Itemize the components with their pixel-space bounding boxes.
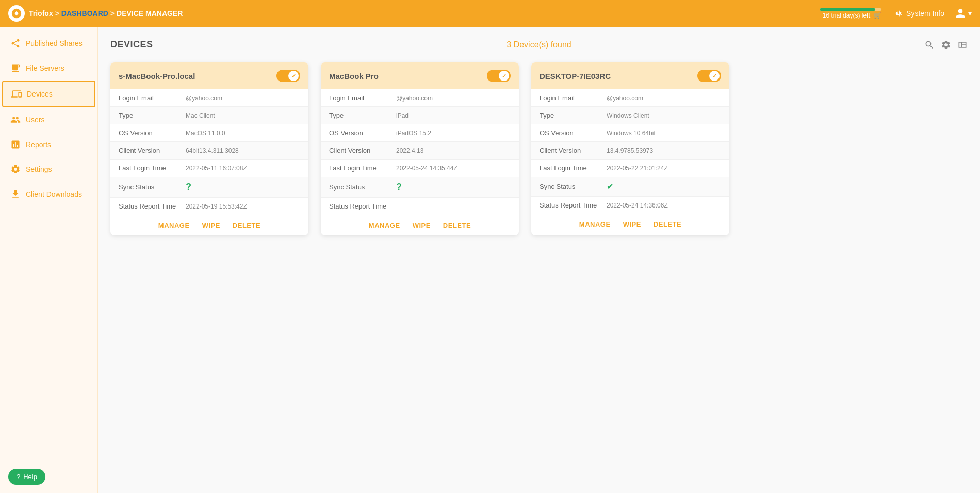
- sidebar-item-users[interactable]: Users: [2, 107, 95, 132]
- toggle-check-1: ✓: [291, 73, 296, 79]
- table-row: Client Version 64bit13.4.311.3028: [110, 142, 308, 160]
- toggle-switch-2[interactable]: ✓: [487, 70, 511, 82]
- row-label: Status Report Time: [540, 201, 607, 209]
- share-icon: [10, 38, 21, 49]
- header-actions: [924, 40, 968, 50]
- row-value: iPad: [396, 112, 409, 119]
- row-value: 2022-05-11 16:07:08Z: [186, 165, 247, 172]
- breadcrumb-sep1: >: [55, 9, 59, 18]
- wipe-button-3[interactable]: WIPE: [623, 220, 641, 228]
- sidebar: Published Shares File Servers Devices Us…: [0, 27, 98, 493]
- card-body-2: Login Email @yahoo.com Type iPad OS Vers…: [321, 89, 519, 215]
- logo-icon: [8, 5, 25, 22]
- breadcrumb-dashboard[interactable]: DASHBOARD: [61, 9, 108, 18]
- toggle-knob-2: ✓: [499, 71, 509, 81]
- table-row: Sync Status ✔: [531, 177, 729, 197]
- system-info-label: System Info: [906, 9, 944, 18]
- delete-button-3[interactable]: DELETE: [654, 220, 681, 228]
- card-header-2: MacBook Pro ✓: [321, 62, 519, 89]
- row-value: iPadOS 15.2: [396, 130, 431, 137]
- breadcrumb-current: DEVICE MANAGER: [117, 9, 183, 18]
- user-icon: [955, 8, 966, 19]
- devices-found-label: 3 Device(s) found: [507, 40, 571, 50]
- sidebar-item-client-downloads[interactable]: Client Downloads: [2, 182, 95, 206]
- wipe-button-1[interactable]: WIPE: [202, 221, 220, 229]
- main-layout: Published Shares File Servers Devices Us…: [0, 27, 980, 493]
- download-icon: [10, 189, 21, 199]
- row-label: Login Email: [540, 94, 607, 102]
- row-label: OS Version: [540, 129, 607, 137]
- help-button[interactable]: ? Help: [8, 469, 45, 485]
- row-value: 2022-05-24 14:36:06Z: [607, 202, 668, 209]
- app-header: Triofox > DASHBOARD > DEVICE MANAGER 16 …: [0, 0, 980, 27]
- table-row: Last Login Time 2022-05-22 21:01:24Z: [531, 160, 729, 177]
- breadcrumb-sep2: >: [110, 9, 115, 18]
- device-card-1: s-MacBook-Pro.local ✓ Login Email @yahoo…: [110, 62, 308, 235]
- user-dropdown-icon: ▾: [968, 9, 972, 18]
- manage-button-3[interactable]: MANAGE: [579, 220, 611, 228]
- logo: Triofox > DASHBOARD > DEVICE MANAGER: [8, 5, 183, 22]
- row-label: Client Version: [119, 147, 186, 154]
- device-card-2: MacBook Pro ✓ Login Email @yahoo.com Typ…: [321, 62, 519, 235]
- settings-icon: [10, 164, 21, 174]
- card-actions-3: MANAGE WIPE DELETE: [531, 214, 729, 234]
- sync-status-icon-2: ?: [396, 182, 402, 193]
- delete-button-1[interactable]: DELETE: [233, 221, 260, 229]
- sidebar-bottom: ? Help: [0, 460, 97, 493]
- toggle-knob-3: ✓: [709, 71, 720, 81]
- trial-text: 16 trial day(s) left. 🛒: [823, 12, 881, 19]
- delete-button-2[interactable]: DELETE: [443, 221, 471, 229]
- manage-button-1[interactable]: MANAGE: [158, 221, 190, 229]
- row-value: 13.4.9785.53973: [607, 147, 653, 154]
- toggle-switch-3[interactable]: ✓: [697, 70, 721, 82]
- header-right: 16 trial day(s) left. 🛒 System Info ▾: [820, 8, 972, 19]
- sidebar-label-reports: Reports: [26, 140, 51, 149]
- row-value: @yahoo.com: [396, 94, 433, 102]
- trial-label: 16 trial day(s) left.: [823, 12, 872, 19]
- user-menu-button[interactable]: ▾: [955, 8, 972, 19]
- row-label: OS Version: [329, 129, 396, 137]
- cart-icon[interactable]: 🛒: [874, 12, 881, 19]
- settings-button[interactable]: [941, 40, 951, 50]
- row-label: Sync Status: [540, 183, 607, 190]
- sidebar-item-published-shares[interactable]: Published Shares: [2, 31, 95, 56]
- sidebar-item-devices[interactable]: Devices: [2, 81, 95, 107]
- search-button[interactable]: [924, 40, 935, 50]
- row-label: OS Version: [119, 129, 186, 137]
- sidebar-label-settings: Settings: [26, 165, 52, 173]
- gear-icon: [941, 40, 951, 50]
- device-name-2: MacBook Pro: [329, 72, 379, 81]
- system-info-button[interactable]: System Info: [892, 8, 944, 19]
- table-row: Type Windows Client: [531, 107, 729, 124]
- breadcrumb: Triofox > DASHBOARD > DEVICE MANAGER: [29, 9, 183, 18]
- toggle-switch-1[interactable]: ✓: [276, 70, 300, 82]
- sidebar-label-users: Users: [26, 116, 45, 124]
- row-label: Sync Status: [119, 183, 186, 191]
- row-label: Last Login Time: [329, 164, 396, 172]
- table-row: Client Version 13.4.9785.53973: [531, 142, 729, 160]
- sidebar-item-file-servers[interactable]: File Servers: [2, 56, 95, 81]
- row-value: Mac Client: [186, 112, 215, 119]
- row-value: 2022-05-24 14:35:44Z: [396, 165, 458, 172]
- table-row: Status Report Time 2022-05-24 14:36:06Z: [531, 197, 729, 214]
- svg-point-1: [15, 12, 18, 15]
- sidebar-item-settings[interactable]: Settings: [2, 157, 95, 182]
- row-label: Last Login Time: [119, 164, 186, 172]
- wipe-button-2[interactable]: WIPE: [413, 221, 431, 229]
- layout-button[interactable]: [957, 40, 968, 50]
- manage-button-2[interactable]: MANAGE: [369, 221, 400, 229]
- table-row: Status Report Time: [321, 198, 519, 215]
- sidebar-label-file-servers: File Servers: [26, 64, 64, 72]
- row-value: @yahoo.com: [607, 94, 643, 102]
- table-row: Login Email @yahoo.com: [321, 89, 519, 107]
- table-row: Type iPad: [321, 107, 519, 124]
- toggle-knob-1: ✓: [288, 71, 299, 81]
- sidebar-item-reports[interactable]: Reports: [2, 132, 95, 157]
- device-card-3: DESKTOP-7IE03RC ✓ Login Email @yahoo.com…: [531, 62, 729, 235]
- help-label: Help: [23, 473, 37, 481]
- table-row: Client Version 2022.4.13: [321, 142, 519, 160]
- devices-icon: [11, 89, 22, 99]
- search-icon: [924, 40, 935, 50]
- card-actions-2: MANAGE WIPE DELETE: [321, 215, 519, 235]
- toggle-check-2: ✓: [502, 73, 507, 79]
